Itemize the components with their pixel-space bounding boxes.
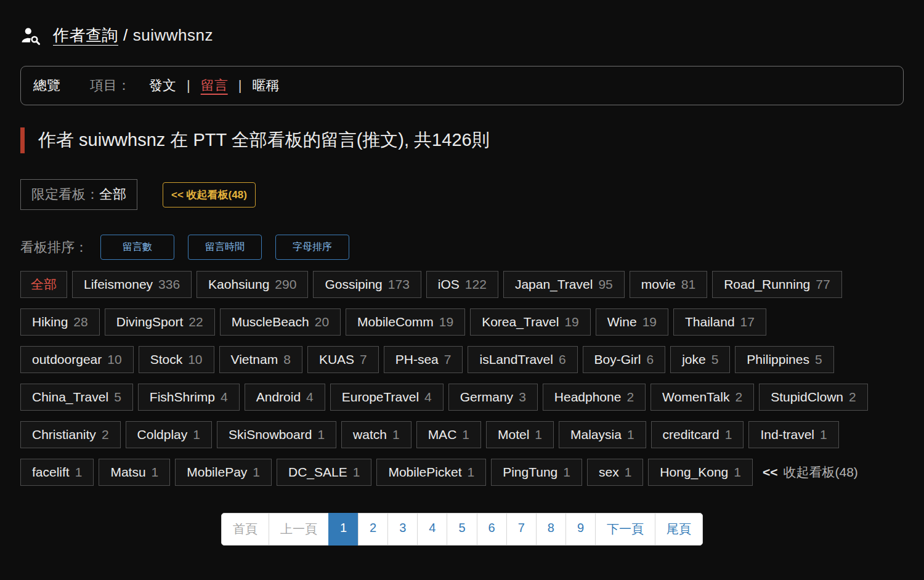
board-tag-Korea_Travel[interactable]: Korea_Travel19: [470, 308, 591, 336]
board-tag-Road_Running[interactable]: Road_Running77: [712, 271, 841, 298]
board-count: 1: [563, 465, 570, 480]
board-tag-KUAS[interactable]: KUAS7: [307, 346, 379, 373]
board-name: Headphone: [554, 390, 622, 405]
board-count: 1: [193, 427, 200, 442]
board-tag-Kaohsiung[interactable]: Kaohsiung290: [197, 271, 308, 298]
board-name: Gossiping: [325, 277, 382, 292]
board-tag-Android[interactable]: Android4: [245, 384, 325, 411]
board-tag-outdoorgear[interactable]: outdoorgear10: [20, 346, 134, 373]
board-count: 95: [598, 277, 612, 292]
board-tag-MobilePicket[interactable]: MobilePicket1: [376, 459, 486, 486]
board-count: 1: [462, 427, 469, 442]
board-tag-Hiking[interactable]: Hiking28: [20, 308, 100, 336]
board-tag-DC_SALE[interactable]: DC_SALE1: [277, 459, 371, 486]
board-tag-Lifeismoney[interactable]: Lifeismoney336: [72, 271, 192, 298]
board-tag-Thailand[interactable]: Thailand17: [673, 308, 766, 336]
board-name: SkiSnowboard: [229, 427, 312, 442]
board-tag-sex[interactable]: sex1: [587, 459, 643, 486]
board-tag-Wine[interactable]: Wine19: [596, 308, 668, 336]
pagination-page-2[interactable]: 2: [358, 513, 388, 546]
board-tag-Headphone[interactable]: Headphone2: [543, 384, 646, 411]
board-count: 2: [735, 390, 742, 405]
board-name: joke: [682, 352, 706, 367]
board-tag-Ind-travel[interactable]: Ind-travel1: [748, 421, 838, 448]
pagination-next-page[interactable]: 下一頁: [595, 513, 655, 546]
pagination-page-1[interactable]: 1: [328, 513, 359, 546]
board-tag-Gossiping[interactable]: Gossiping173: [313, 271, 421, 298]
nav-posts[interactable]: 發文: [149, 76, 176, 95]
board-tag-PH-sea[interactable]: PH-sea7: [384, 346, 463, 373]
pagination-page-4[interactable]: 4: [417, 513, 447, 546]
pagination-page-3[interactable]: 3: [387, 513, 418, 546]
board-name: Stock: [150, 352, 183, 367]
header: 作者查詢/suiwwhsnz: [20, 25, 904, 46]
board-tag-China_Travel[interactable]: China_Travel5: [20, 384, 133, 411]
collapse-boards-button[interactable]: << 收起看板(48): [163, 182, 256, 207]
pagination-page-5[interactable]: 5: [447, 513, 477, 546]
board-tag-Matsu[interactable]: Matsu1: [99, 459, 170, 486]
board-tag-Boy-Girl[interactable]: Boy-Girl6: [583, 346, 666, 373]
board-name: China_Travel: [32, 390, 108, 405]
board-name: Germany: [460, 390, 513, 405]
board-tag-Vietnam[interactable]: Vietnam8: [219, 346, 302, 373]
board-count: 6: [646, 352, 654, 367]
nav-overview[interactable]: 總覽: [33, 76, 60, 95]
board-tag-facelift[interactable]: facelift1: [20, 459, 94, 486]
board-tag-Motel[interactable]: Motel1: [486, 421, 554, 448]
sort-by-comment-time-button[interactable]: 留言時間: [188, 235, 262, 260]
board-name: Japan_Travel: [515, 277, 593, 292]
board-tag-FishShrimp[interactable]: FishShrimp4: [138, 384, 240, 411]
board-count: 4: [221, 390, 228, 405]
board-tag-joke[interactable]: joke5: [670, 346, 730, 373]
collapse-boards-link[interactable]: <<收起看板(48): [763, 464, 858, 481]
nav-nickname[interactable]: 暱稱: [252, 76, 279, 95]
board-tag-all[interactable]: 全部: [20, 271, 67, 298]
board-tag-Malaysia[interactable]: Malaysia1: [559, 421, 646, 448]
board-tag-DivingSport[interactable]: DivingSport22: [105, 308, 215, 336]
pagination-page-7[interactable]: 7: [506, 513, 537, 546]
board-tag-SkiSnowboard[interactable]: SkiSnowboard1: [217, 421, 336, 448]
board-tag-iOS[interactable]: iOS122: [426, 271, 498, 298]
board-tag-WomenTalk[interactable]: WomenTalk2: [650, 384, 754, 411]
board-tag-Christianity[interactable]: Christianity2: [20, 421, 121, 448]
board-name: Coldplay: [137, 427, 188, 442]
sort-by-comment-count-button[interactable]: 留言數: [100, 235, 174, 260]
board-tag-isLandTravel[interactable]: isLandTravel6: [468, 346, 577, 373]
board-tag-movie[interactable]: movie81: [630, 271, 707, 298]
board-count: 290: [275, 277, 296, 292]
board-tag-Philippines[interactable]: Philippines5: [735, 346, 833, 373]
board-tag-MuscleBeach[interactable]: MuscleBeach20: [220, 308, 341, 336]
board-count: 1: [467, 465, 474, 480]
board-tag-MAC[interactable]: MAC1: [416, 421, 481, 448]
pagination-page-6[interactable]: 6: [477, 513, 507, 546]
board-tag-Hong_Kong[interactable]: Hong_Kong1: [648, 459, 753, 486]
board-tag-MobilePay[interactable]: MobilePay1: [175, 459, 272, 486]
board-tag-creditcard[interactable]: creditcard1: [651, 421, 744, 448]
pagination-last-page[interactable]: 尾頁: [655, 513, 703, 546]
board-tag-Germany[interactable]: Germany3: [448, 384, 538, 411]
board-tag-EuropeTravel[interactable]: EuropeTravel4: [330, 384, 444, 411]
board-tag-StupidClown[interactable]: StupidClown2: [759, 384, 868, 411]
pagination: 首頁上一頁123456789下一頁尾頁: [221, 513, 703, 546]
board-tag-watch[interactable]: watch1: [341, 421, 411, 448]
board-tag-MobileComm[interactable]: MobileComm19: [346, 308, 465, 336]
board-name: outdoorgear: [32, 352, 102, 367]
author-search-link[interactable]: 作者查詢: [53, 26, 118, 44]
board-name: Kaohsiung: [208, 277, 269, 292]
board-tag-Coldplay[interactable]: Coldplay1: [126, 421, 212, 448]
nav-comments[interactable]: 留言: [201, 76, 228, 95]
board-tag-Stock[interactable]: Stock10: [139, 346, 214, 373]
board-name: movie: [641, 277, 676, 292]
board-count: 7: [360, 352, 367, 367]
board-count: 2: [849, 390, 856, 405]
board-tag-PingTung[interactable]: PingTung1: [491, 459, 582, 486]
sort-alphabetical-button[interactable]: 字母排序: [275, 235, 349, 260]
board-name: MobileComm: [357, 315, 434, 329]
board-count: 19: [564, 315, 578, 329]
board-name: Thailand: [685, 315, 735, 329]
pagination-page-8[interactable]: 8: [536, 513, 566, 546]
title-separator: /: [123, 26, 128, 44]
board-tag-Japan_Travel[interactable]: Japan_Travel95: [503, 271, 625, 298]
pagination-page-9[interactable]: 9: [565, 513, 596, 546]
board-count: 7: [444, 352, 452, 367]
